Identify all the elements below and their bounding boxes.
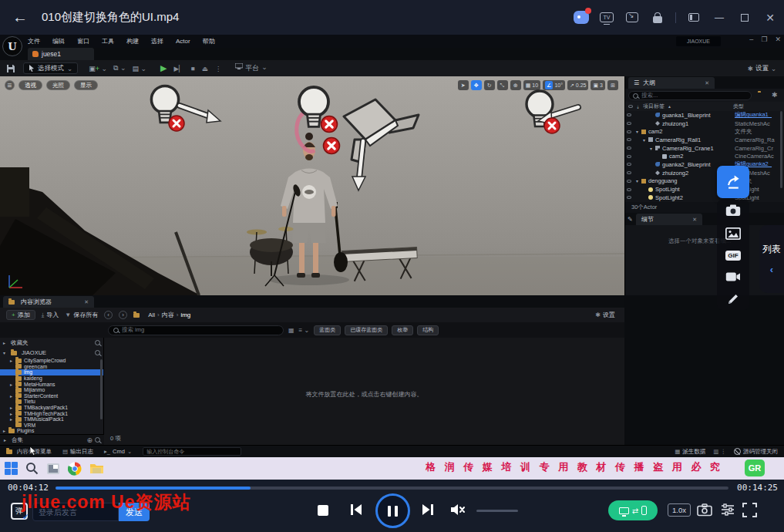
outliner-row[interactable]: CameraRig_Crane1 CameraRig_Cr	[625, 144, 784, 153]
rotate-tool-icon[interactable]: ↻	[484, 80, 495, 90]
folder-tree-item[interactable]: Plugins	[0, 428, 103, 434]
platforms-dropdown[interactable]: 平台⌄	[235, 63, 268, 73]
outliner-row[interactable]: zhuizong1 StaticMeshAc	[625, 120, 784, 128]
stop-button[interactable]	[318, 505, 328, 516]
fullscreen-button[interactable]	[742, 503, 757, 517]
asset-search-input[interactable]: 搜索 img	[108, 325, 284, 335]
play-options-icon[interactable]: ⋮	[215, 65, 222, 72]
menu-item[interactable]: Actor	[176, 38, 190, 45]
collections-row[interactable]: ▸合集 ⊕	[0, 434, 104, 445]
outliner-row[interactable]: CameraRig_Rail1 CameraRig_Ra	[625, 136, 784, 144]
visibility-eye-icon[interactable]	[625, 171, 633, 174]
quad-view-icon[interactable]: ⊞	[607, 80, 618, 90]
playback-speed-button[interactable]: 1.0x	[668, 503, 691, 517]
menu-item[interactable]: 文件	[28, 37, 40, 45]
menu-item[interactable]: 帮助	[203, 37, 215, 45]
favorites-row[interactable]: ▸收藏夹	[0, 338, 103, 348]
menu-item[interactable]: 编辑	[52, 37, 65, 45]
import-button[interactable]: ⤓导入	[42, 311, 59, 319]
outliner-search[interactable]: 搜索...	[628, 91, 752, 100]
ue-restore-icon[interactable]: ❐	[761, 35, 767, 43]
close-icon[interactable]: ✕	[84, 299, 89, 305]
output-log-button[interactable]: ▤输出日志	[62, 448, 93, 456]
select-tool-icon[interactable]: ➤	[458, 80, 469, 90]
outliner-row[interactable]: SpotLight SpotLight	[625, 185, 784, 194]
device-cast-button[interactable]: ⇄	[608, 500, 658, 520]
ue-minimize-icon[interactable]: –	[749, 35, 753, 43]
breadcrumb-item[interactable]: All	[148, 311, 160, 318]
cmd-dropdown[interactable]: ▸_Cmd⌄	[104, 448, 132, 455]
menu-item[interactable]: 工具	[102, 37, 114, 45]
filter-chip[interactable]: 结构	[417, 325, 439, 335]
breadcrumb-item[interactable]: 内容	[162, 311, 179, 319]
settings-button[interactable]	[721, 503, 735, 516]
share-button[interactable]	[717, 166, 749, 198]
camera-screenshot-icon[interactable]	[725, 204, 741, 217]
tree-scrollbar[interactable]	[100, 359, 103, 419]
filter-chip[interactable]: 已缓存蓝图类	[345, 325, 388, 335]
outliner-row[interactable]: cam2 CineCameraAc	[625, 152, 784, 160]
pen-annotate-icon[interactable]	[727, 293, 739, 305]
scale-snap-toggle[interactable]: ↗ 0.25	[567, 80, 589, 90]
content-browser-tab[interactable]: 内容浏览器 ✕	[3, 296, 94, 308]
visibility-eye-icon[interactable]	[625, 155, 633, 158]
task-app-icon[interactable]	[46, 463, 60, 475]
filter-icon[interactable]: ≡ ⌄	[299, 327, 310, 334]
grid-snap-toggle[interactable]: ▦ 10	[523, 80, 540, 90]
outliner-tab[interactable]: ☰ 大纲 ✕	[628, 77, 715, 89]
close-icon[interactable]: ✕	[692, 217, 697, 223]
volume-slider[interactable]	[476, 510, 518, 512]
step-icon[interactable]: ▶▏	[173, 65, 183, 72]
menu-item[interactable]: 选择	[151, 37, 163, 45]
tv-cast-icon[interactable]: TV	[599, 10, 614, 25]
details-tab[interactable]: 细节 ✕	[636, 214, 702, 225]
source-control-button[interactable]: 源码管理关闭	[734, 448, 778, 456]
maximize-icon[interactable]	[737, 10, 752, 25]
back-arrow-icon[interactable]: ←	[12, 8, 28, 26]
save-icon[interactable]	[6, 64, 15, 73]
outliner-settings-gear-icon[interactable]: ✱	[772, 91, 778, 99]
derived-data-button[interactable]: ▦派生数据	[675, 448, 705, 456]
toolbar-settings[interactable]: ✱设置⌄	[748, 64, 776, 73]
viewport-options-icon[interactable]: ☰	[5, 80, 15, 90]
visibility-eye-icon[interactable]	[625, 188, 633, 191]
close-icon[interactable]: ✕	[705, 80, 709, 86]
taskbar-search-icon[interactable]	[25, 462, 39, 475]
ue-close-icon[interactable]: ✕	[775, 35, 781, 43]
chrome-icon[interactable]	[68, 462, 82, 476]
menu-item[interactable]: 窗口	[77, 37, 89, 45]
breadcrumb-item[interactable]: img	[180, 311, 190, 318]
visibility-eye-icon[interactable]	[625, 180, 633, 183]
show-pill[interactable]: 显示	[74, 80, 98, 90]
perspective-pill[interactable]: 透视	[19, 80, 42, 90]
eject-icon[interactable]: ⏏	[202, 65, 208, 72]
visibility-eye-icon[interactable]	[625, 163, 633, 166]
scale-tool-icon[interactable]: ⤡	[497, 80, 508, 90]
console-command-input[interactable]	[143, 447, 241, 456]
add-actor-icon[interactable]: ▣+ ⌄	[89, 65, 107, 72]
outliner-row[interactable]: guanka2_Blueprint 编辑guanka2_	[625, 160, 784, 169]
gif-capture-icon[interactable]: GIF	[725, 251, 740, 261]
skip-next-button[interactable]	[421, 503, 435, 517]
pause-button[interactable]	[375, 493, 410, 528]
minimize-icon[interactable]: —	[712, 10, 727, 25]
visibility-eye-icon[interactable]	[625, 122, 633, 125]
outliner-row[interactable]: guanka1_Blueprint 编辑guanka1_	[625, 111, 784, 120]
visibility-eye-icon[interactable]	[625, 138, 633, 141]
nav-back-icon[interactable]: ‹	[104, 311, 113, 319]
add-button[interactable]: +添加	[6, 310, 35, 320]
outliner-row[interactable]: SpotLight2 SpotLight	[625, 194, 784, 202]
visibility-eye-icon[interactable]	[625, 113, 633, 116]
level-viewport[interactable]: ☰ 透视 光照 显示 ➤ ✥ ↻ ⤡ ⊕ ▦ 10 ∠ 10° ↗ 0.25 ▣…	[0, 76, 624, 295]
outliner-row[interactable]: dengguang 文件夹	[625, 177, 784, 186]
cb-settings[interactable]: ✱设置	[595, 311, 615, 319]
filter-chip[interactable]: 枚举	[392, 325, 413, 335]
mute-button[interactable]	[450, 503, 466, 517]
outliner-scrollbar[interactable]	[780, 111, 782, 188]
episode-list-tab[interactable]: 列表 ‹	[759, 225, 784, 293]
play-icon[interactable]: ▶	[160, 63, 167, 73]
snapshot-button[interactable]	[697, 503, 712, 517]
folder-tree-item[interactable]: VRM	[0, 423, 103, 429]
storage-icon[interactable]: ▥ ⋮	[713, 448, 726, 455]
stop-icon[interactable]: ■	[191, 65, 195, 72]
